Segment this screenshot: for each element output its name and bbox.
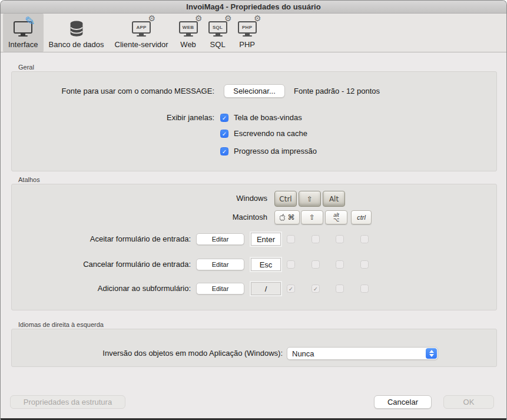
mac-shift-key: ⇧ xyxy=(301,210,323,224)
accept-key-display: Enter xyxy=(251,233,281,246)
mac-option-key: alt⌥ xyxy=(325,210,347,224)
accept-modifier-checkbox-2[interactable] xyxy=(312,235,320,243)
cancel-modifier-checkbox-4[interactable] xyxy=(360,260,369,269)
toolbar-item-interface[interactable]: ✎ Interface xyxy=(3,14,44,52)
accept-modifier-checkbox-4[interactable] xyxy=(360,235,369,243)
ok-button[interactable]: OK xyxy=(443,395,494,409)
structure-properties-button[interactable]: Propriedades da estrutura xyxy=(10,395,125,409)
chevron-up-icon xyxy=(429,350,434,353)
gear-icon: ⚙ xyxy=(148,14,156,23)
show-windows-label: Exibir janelas: xyxy=(24,113,214,122)
edit-accept-shortcut-button[interactable]: Editar xyxy=(196,233,244,245)
toolbar-item-sql[interactable]: SQL ⚙ SQL xyxy=(203,14,233,52)
titlebar[interactable]: InvoiMag4 - Propriedades do usuário xyxy=(1,1,506,14)
checkbox-label: Progresso da impressão xyxy=(234,147,317,156)
edit-cancel-shortcut-button[interactable]: Editar xyxy=(196,259,244,270)
checkbox-welcome-screen[interactable] xyxy=(220,114,228,122)
selected-option: Nunca xyxy=(292,349,314,358)
section-title-idiomas: Idiomas de direita à esquerda xyxy=(18,321,104,328)
mac-control-key: ctrl xyxy=(351,210,372,224)
toolbar-item-php[interactable]: PHP ⚙ PHP xyxy=(233,14,262,52)
mac-platform-label: Macintosh xyxy=(24,213,267,221)
option-glyph: ⌥ xyxy=(333,217,339,222)
section-idiomas: Inversão dos objetos em modo Aplicação (… xyxy=(11,329,497,367)
accept-form-label: Aceitar formulário de entrada: xyxy=(24,234,191,243)
select-stepper-icon xyxy=(426,348,437,359)
toolbar: ✎ Interface Banco de dados APP ⚙ Cliente… xyxy=(1,14,506,52)
gear-icon: ⚙ xyxy=(195,14,203,23)
object-inversion-label: Inversão dos objetos em modo Aplicação (… xyxy=(24,349,283,358)
windows-platform-label: Windows xyxy=(24,194,267,203)
cancel-modifier-checkbox-3[interactable] xyxy=(336,260,344,269)
web-monitor-gear-icon: WEB ⚙ xyxy=(179,19,198,38)
toolbar-item-label: Interface xyxy=(8,40,38,49)
toolbar-item-label: Cliente-servidor xyxy=(115,40,168,49)
user-properties-dialog: InvoiMag4 - Propriedades do usuário ✎ In… xyxy=(0,0,507,420)
checkbox-cache-writing[interactable] xyxy=(220,130,228,138)
toolbar-item-label: SQL xyxy=(210,40,226,49)
checkbox-label: Tela de boas-vindas xyxy=(234,113,302,122)
chevron-down-icon xyxy=(429,354,434,357)
app-monitor-gear-icon: APP ⚙ xyxy=(132,19,151,38)
database-icon xyxy=(68,19,85,38)
toolbar-item-cliente-servidor[interactable]: APP ⚙ Cliente-servidor xyxy=(110,14,174,52)
cancel-form-label: Cancelar formulário de entrada: xyxy=(24,260,191,269)
section-geral: Fonte para usar com o comando MESSAGE: S… xyxy=(11,71,497,171)
web-badge: WEB xyxy=(183,25,194,30)
cancel-key-display: Esc xyxy=(251,258,281,271)
toolbar-item-banco-de-dados[interactable]: Banco de dados xyxy=(44,14,110,52)
inversion-mode-select[interactable]: Nunca xyxy=(287,347,438,360)
subform-modifier-checkbox-4[interactable] xyxy=(360,285,369,293)
subform-modifier-checkbox-2[interactable] xyxy=(312,285,320,293)
subform-modifier-checkbox-3[interactable] xyxy=(336,285,344,293)
cancel-modifier-checkbox-1[interactable] xyxy=(287,260,295,269)
mac-command-key: ⌘ xyxy=(274,210,300,224)
accept-modifier-checkbox-3[interactable] xyxy=(336,235,344,243)
checkbox-print-progress[interactable] xyxy=(220,147,228,156)
toolbar-item-label: Banco de dados xyxy=(49,40,104,49)
toolbar-item-web[interactable]: WEB ⚙ Web xyxy=(174,14,203,52)
section-title-atalhos: Atalhos xyxy=(18,176,40,183)
php-badge: PHP xyxy=(242,25,252,30)
command-glyph: ⌘ xyxy=(288,213,295,221)
window-title: InvoiMag4 - Propriedades do usuário xyxy=(186,2,320,11)
windows-shift-key: ⇧ xyxy=(299,191,321,207)
toolbar-item-label: Web xyxy=(180,40,196,49)
windows-alt-key: Alt xyxy=(323,191,345,207)
subform-key-display: / xyxy=(251,282,281,295)
pencil-icon: ✎ xyxy=(24,14,35,28)
gear-icon: ⚙ xyxy=(254,14,261,23)
apple-icon xyxy=(280,214,286,221)
section-atalhos: Windows Ctrl ⇧ Alt Macintosh ⌘ ⇧ alt⌥ ct… xyxy=(11,184,497,310)
php-monitor-gear-icon: PHP ⚙ xyxy=(238,19,257,38)
add-subform-label: Adicionar ao subformulário: xyxy=(24,284,191,293)
select-font-button[interactable]: Selecionar... xyxy=(224,84,285,98)
sql-monitor-gear-icon: SQL ⚙ xyxy=(208,19,227,38)
sql-badge: SQL xyxy=(213,25,223,30)
checkbox-label: Escrevendo na cache xyxy=(234,129,307,138)
toolbar-item-label: PHP xyxy=(239,40,255,49)
gear-icon: ⚙ xyxy=(224,14,232,23)
accept-modifier-checkbox-1[interactable] xyxy=(287,235,295,243)
windows-ctrl-key: Ctrl xyxy=(274,191,297,207)
message-font-label: Fonte para usar com o comando MESSAGE: xyxy=(24,87,214,95)
app-badge: APP xyxy=(136,25,146,30)
edit-subform-shortcut-button[interactable]: Editar xyxy=(196,283,244,295)
section-title-geral: Geral xyxy=(18,64,34,71)
cancel-button[interactable]: Cancelar xyxy=(374,395,432,409)
subform-modifier-checkbox-1[interactable] xyxy=(287,285,295,293)
font-value-text: Fonte padrão - 12 pontos xyxy=(294,87,380,95)
monitor-pencil-icon: ✎ xyxy=(14,19,32,38)
ctrl-text: ctrl xyxy=(357,214,366,221)
cancel-modifier-checkbox-2[interactable] xyxy=(312,260,320,269)
